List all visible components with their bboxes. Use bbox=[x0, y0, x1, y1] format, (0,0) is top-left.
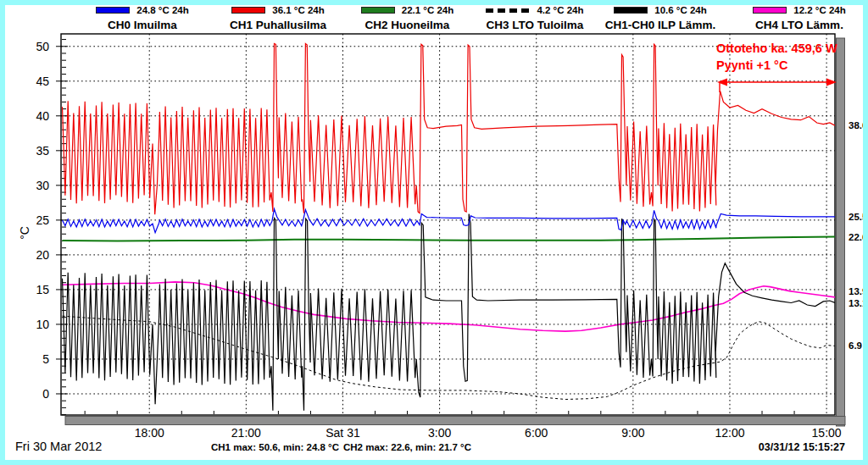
svg-text:12:00: 12:00 bbox=[715, 426, 744, 440]
svg-text:Sat 31: Sat 31 bbox=[326, 426, 360, 440]
ch4-channel-name: CH4 LTO Lämm. bbox=[739, 19, 860, 31]
svg-text:38.6: 38.6 bbox=[849, 120, 867, 130]
svg-text:45: 45 bbox=[36, 75, 49, 88]
svg-text:13.9: 13.9 bbox=[849, 286, 867, 296]
dash-segment bbox=[509, 8, 517, 13]
ch0-channel-name: CH0 Imuilma bbox=[75, 19, 210, 31]
svg-text:30: 30 bbox=[36, 179, 49, 192]
svg-text:15: 15 bbox=[36, 283, 49, 296]
svg-text:22.6: 22.6 bbox=[849, 232, 867, 242]
svg-text:15:00: 15:00 bbox=[812, 426, 842, 440]
svg-text:18:00: 18:00 bbox=[135, 426, 164, 440]
ch1-minmax-stats: CH1 max: 50.6, min: 24.8 °C bbox=[211, 442, 339, 452]
svg-text:40: 40 bbox=[36, 109, 49, 123]
ch4-avg-value: 12.2 °C 24h bbox=[793, 5, 846, 15]
svg-text:6:00: 6:00 bbox=[525, 426, 548, 440]
series-ch1-ch0-ilp-l-mm- bbox=[63, 214, 836, 411]
legend-item-ilp: 10.6 °C 24h CH1-CH0 ILP Lämm. bbox=[581, 5, 739, 34]
ilp-color-swatch bbox=[614, 7, 648, 14]
data-series bbox=[63, 44, 836, 411]
power-annotation: Ottoteho ka. 459,6 W Pyynti +1 °C bbox=[716, 40, 837, 74]
ch1-channel-name: CH1 Puhallusilma bbox=[206, 19, 350, 31]
svg-text:5: 5 bbox=[42, 352, 49, 366]
ch3-avg-value: 4.2 °C 24h bbox=[537, 5, 583, 15]
svg-text:25: 25 bbox=[36, 213, 49, 227]
logger-window: 0510152025303540455018:0021:00Sat 313:00… bbox=[0, 0, 868, 465]
svg-text:20: 20 bbox=[36, 248, 49, 262]
svg-text:13.1: 13.1 bbox=[849, 298, 868, 308]
svg-text:50: 50 bbox=[36, 40, 49, 53]
start-date-label: Fri 30 Mar 2012 bbox=[15, 440, 102, 453]
grid-lines bbox=[61, 34, 835, 415]
ch2-channel-name: CH2 Huoneilma bbox=[337, 19, 477, 31]
svg-text:0: 0 bbox=[42, 387, 49, 401]
ch2-minmax-stats: CH2 max: 22.6, min: 21.7 °C bbox=[343, 442, 471, 452]
ch4-color-swatch bbox=[753, 7, 787, 14]
legend-item-ch0: 24.8 °C 24h CH0 Imuilma bbox=[75, 5, 210, 34]
annotation-range-arrow bbox=[717, 79, 837, 93]
channel-legend: 24.8 °C 24h CH0 Imuilma 36.1 °C 24h CH1 … bbox=[0, 0, 868, 34]
svg-text:9:00: 9:00 bbox=[621, 426, 644, 440]
ch3-color-swatch bbox=[486, 7, 530, 14]
ch2-avg-value: 22.1 °C 24h bbox=[402, 5, 454, 15]
ch2-color-swatch bbox=[361, 7, 395, 14]
dash-segment bbox=[498, 8, 505, 13]
plot-frame bbox=[61, 34, 835, 415]
svg-text:35: 35 bbox=[36, 144, 49, 158]
ch0-color-swatch bbox=[96, 7, 130, 14]
legend-item-ch4: 12.2 °C 24h CH4 LTO Lämm. bbox=[739, 5, 860, 34]
svg-text:10: 10 bbox=[36, 318, 49, 331]
series-ch0-imuilma bbox=[63, 209, 836, 233]
series-ch2-huoneilma bbox=[63, 237, 836, 241]
svg-text:6.9: 6.9 bbox=[849, 340, 862, 351]
dash-segment bbox=[486, 8, 493, 13]
ch0-avg-value: 24.8 °C 24h bbox=[136, 5, 189, 15]
ilp-avg-value: 10.6 °C 24h bbox=[654, 5, 707, 15]
y-axis-unit-label: °C bbox=[18, 226, 31, 240]
svg-text:3:00: 3:00 bbox=[428, 426, 451, 440]
ilp-channel-name: CH1-CH0 ILP Lämm. bbox=[581, 19, 739, 31]
plot-shadow-bars bbox=[65, 38, 845, 426]
svg-text:21:00: 21:00 bbox=[231, 426, 261, 440]
current-value-labels: 38.625.522.613.913.16.9 bbox=[849, 120, 868, 351]
dash-segment bbox=[521, 8, 529, 13]
ch1-avg-value: 36.1 °C 24h bbox=[272, 5, 325, 15]
ch1-color-swatch bbox=[231, 7, 265, 14]
legend-item-ch2: 22.1 °C 24h CH2 Huoneilma bbox=[337, 5, 477, 34]
current-timestamp: 03/31/12 15:15:27 bbox=[759, 441, 845, 453]
svg-text:25.5: 25.5 bbox=[849, 212, 868, 222]
legend-item-ch1: 36.1 °C 24h CH1 Puhallusilma bbox=[206, 5, 350, 34]
annotation-line1: Ottoteho ka. 459,6 W bbox=[716, 40, 837, 57]
annotation-line2: Pyynti +1 °C bbox=[716, 57, 837, 74]
